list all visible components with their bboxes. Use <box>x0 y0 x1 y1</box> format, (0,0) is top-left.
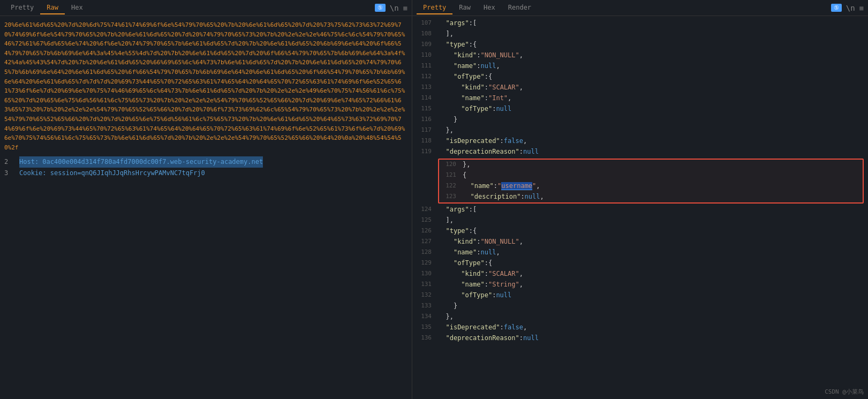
right-tab-icons: ⑤ \n ≡ <box>831 4 864 12</box>
line-item-2: 3 Cookie: session=qnQ6JIqhJJqRhsHrcywPAM… <box>4 168 407 178</box>
json-line-130: 130 "kind":"SCALAR", <box>412 269 868 280</box>
json-content: 107 "args":[ 108 ], 109 "type":{ 110 "ki… <box>412 16 868 399</box>
json-line-113: 113 "kind":"SCALAR", <box>412 82 868 93</box>
json-line-116: 116 } <box>412 115 868 125</box>
json-line-129: 129 "ofType":{ <box>412 258 868 269</box>
highlight-block: 120 }, 121 { 122 "name":"username", 123 … <box>438 159 864 204</box>
left-content-area: 20%6e%61%6d%65%20%7d%20%6d%75%74%61%74%6… <box>0 16 412 399</box>
json-line-110: 110 "kind":"NON_NULL", <box>412 50 868 61</box>
json-line-107: 107 "args":[ <box>412 18 868 29</box>
right-send-icon[interactable]: ⑤ <box>831 4 842 12</box>
json-line-121: 121 { <box>439 170 863 181</box>
left-panel: Pretty Raw Hex ⑤ \n ≡ 20%6e%61%6d%65%20%… <box>0 0 412 399</box>
json-line-134: 134 }, <box>412 312 868 322</box>
watermark: CSDN @小菜鸟 <box>825 388 864 396</box>
bottom-lines: 2 Host: 0ac400e004d314f780a4fd7000dc00f7… <box>0 154 412 180</box>
right-tab-render[interactable]: Render <box>502 2 538 14</box>
json-line-117: 117 }, <box>412 125 868 136</box>
json-line-122: 122 "name":"username", <box>439 181 863 192</box>
json-line-115: 115 "ofType":null <box>412 104 868 115</box>
left-tab-raw[interactable]: Raw <box>40 2 65 14</box>
hex-content: 20%6e%61%6d%65%20%7d%20%6d%75%74%61%74%6… <box>0 18 412 154</box>
line-num-2: 3 <box>4 168 15 178</box>
right-tab-raw[interactable]: Raw <box>452 2 477 14</box>
left-newline-icon[interactable]: \n <box>390 4 399 12</box>
json-line-136: 136 "deprecationReason":null <box>412 333 868 344</box>
json-line-109: 109 "type":{ <box>412 40 868 50</box>
username-value: username <box>501 182 532 190</box>
json-line-108: 108 ], <box>412 29 868 40</box>
line-host: Host: 0ac400e004d314f780a4fd7000dc00f7.w… <box>19 156 263 167</box>
json-line-131: 131 "name":"String", <box>412 280 868 290</box>
json-line-133: 133 } <box>412 301 868 312</box>
left-tab-bar: Pretty Raw Hex ⑤ \n ≡ <box>0 0 412 16</box>
json-line-132: 132 "ofType":null <box>412 290 868 301</box>
json-line-111: 111 "name":null, <box>412 61 868 72</box>
right-panel: Pretty Raw Hex Render ⑤ \n ≡ 107 "args":… <box>412 0 868 399</box>
left-send-icon[interactable]: ⑤ <box>375 4 386 12</box>
json-line-135: 135 "isDeprecated":false, <box>412 322 868 333</box>
line-item-1: 2 Host: 0ac400e004d314f780a4fd7000dc00f7… <box>4 156 407 167</box>
json-line-120: 120 }, <box>439 160 863 170</box>
line-cookie: Cookie: session=qnQ6JIqhJJqRhsHrcywPAMvN… <box>19 168 205 178</box>
json-line-127: 127 "kind":"NON_NULL", <box>412 237 868 247</box>
right-tab-hex[interactable]: Hex <box>477 2 502 14</box>
json-line-119: 119 "deprecationReason":null <box>412 147 868 157</box>
json-line-112: 112 "ofType":{ <box>412 72 868 82</box>
right-newline-icon[interactable]: \n <box>846 4 855 12</box>
right-tab-pretty[interactable]: Pretty <box>417 2 452 14</box>
right-menu-icon[interactable]: ≡ <box>859 4 864 12</box>
left-tab-hex[interactable]: Hex <box>65 2 89 14</box>
json-line-114: 114 "name":"Int", <box>412 93 868 104</box>
json-line-123: 123 "description":null, <box>439 192 863 202</box>
json-line-125: 125 ], <box>412 215 868 226</box>
left-menu-icon[interactable]: ≡ <box>403 4 407 12</box>
right-tab-bar: Pretty Raw Hex Render ⑤ \n ≡ <box>412 0 868 16</box>
json-line-126: 126 "type":{ <box>412 226 868 237</box>
json-line-118: 118 "isDeprecated":false, <box>412 136 868 147</box>
line-num-1: 2 <box>4 156 15 167</box>
left-tab-pretty[interactable]: Pretty <box>4 2 40 14</box>
left-tab-icons: ⑤ \n ≡ <box>375 4 407 12</box>
json-line-128: 128 "name":null, <box>412 247 868 258</box>
json-line-124: 124 "args":[ <box>412 205 868 215</box>
